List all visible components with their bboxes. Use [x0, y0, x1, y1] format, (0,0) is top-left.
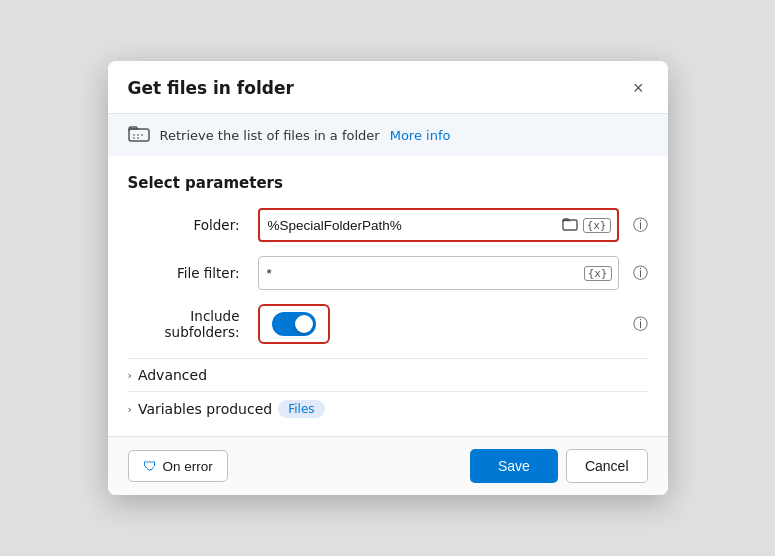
- dialog-footer: 🛡 On error Save Cancel: [108, 436, 668, 495]
- dialog: Get files in folder × Retrieve the list …: [108, 61, 668, 495]
- file-filter-info-icon[interactable]: ⓘ: [633, 264, 648, 283]
- folder-banner-icon: [128, 124, 150, 146]
- advanced-collapsible[interactable]: › Advanced: [128, 358, 648, 391]
- footer-right: Save Cancel: [470, 449, 648, 483]
- file-filter-input-wrapper: {x}: [258, 256, 619, 290]
- cancel-button[interactable]: Cancel: [566, 449, 648, 483]
- include-subfolders-toggle-box: [258, 304, 330, 344]
- folder-input-wrapper: {x}: [258, 208, 619, 242]
- info-banner-text: Retrieve the list of files in a folder: [160, 128, 380, 143]
- shield-icon: 🛡: [143, 458, 157, 474]
- folder-var-badge: {x}: [583, 218, 611, 233]
- variables-chevron-icon: ›: [128, 403, 132, 416]
- include-subfolders-row: Include subfolders: ⓘ: [128, 304, 648, 344]
- on-error-button[interactable]: 🛡 On error: [128, 450, 228, 482]
- variables-produced-label: Variables produced: [138, 401, 272, 417]
- dialog-header: Get files in folder ×: [108, 61, 668, 114]
- footer-left: 🛡 On error: [128, 450, 228, 482]
- info-banner: Retrieve the list of files in a folder M…: [108, 114, 668, 156]
- close-button[interactable]: ×: [629, 77, 648, 99]
- include-subfolders-info-icon[interactable]: ⓘ: [633, 315, 648, 334]
- folder-info-icon[interactable]: ⓘ: [633, 216, 648, 235]
- include-subfolders-label: Include subfolders:: [128, 308, 248, 340]
- file-filter-var-badge: {x}: [584, 266, 612, 281]
- files-badge: Files: [278, 400, 324, 418]
- save-button[interactable]: Save: [470, 449, 558, 483]
- file-filter-label: File filter:: [128, 265, 248, 281]
- toggle-thumb: [295, 315, 313, 333]
- folder-browse-button[interactable]: [559, 215, 581, 236]
- folder-field-row: Folder: {x} ⓘ: [128, 208, 648, 242]
- svg-rect-3: [563, 220, 577, 230]
- folder-input[interactable]: [260, 210, 559, 240]
- dialog-title: Get files in folder: [128, 78, 294, 98]
- dialog-body: Select parameters Folder: {x} ⓘ: [108, 156, 668, 436]
- file-filter-input[interactable]: [259, 257, 584, 289]
- more-info-link[interactable]: More info: [390, 128, 451, 143]
- section-title: Select parameters: [128, 174, 648, 192]
- include-subfolders-toggle[interactable]: [272, 312, 316, 336]
- advanced-label: Advanced: [138, 367, 207, 383]
- advanced-chevron-icon: ›: [128, 369, 132, 382]
- folder-field-icons: {x}: [559, 215, 617, 236]
- variables-produced-row[interactable]: › Variables produced Files: [128, 391, 648, 426]
- file-filter-field-icons: {x}: [584, 266, 618, 281]
- file-filter-field-row: File filter: {x} ⓘ: [128, 256, 648, 290]
- folder-label: Folder:: [128, 217, 248, 233]
- on-error-label: On error: [163, 459, 213, 474]
